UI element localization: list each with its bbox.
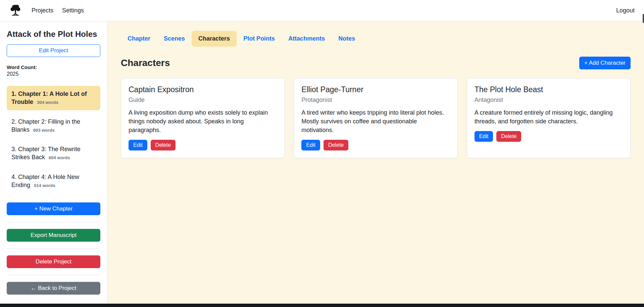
character-card-grid: Captain Expositron Guide A living exposi… bbox=[121, 78, 631, 158]
edit-project-button[interactable]: Edit Project bbox=[7, 44, 100, 57]
nav-link-settings[interactable]: Settings bbox=[62, 7, 84, 14]
project-sidebar: Attack of the Plot Holes Edit Project Wo… bbox=[0, 21, 107, 307]
new-chapter-button[interactable]: + New Chapter bbox=[7, 202, 100, 215]
character-description: A living exposition dump who exists sole… bbox=[129, 108, 277, 134]
chapter-word-count: 304 words bbox=[37, 100, 58, 105]
word-count-label: Word Count: bbox=[7, 64, 100, 70]
tab-notes[interactable]: Notes bbox=[332, 31, 362, 47]
delete-character-button[interactable]: Delete bbox=[496, 131, 521, 142]
main-content: Chapter Scenes Characters Plot Points At… bbox=[107, 21, 644, 307]
edit-character-button[interactable]: Edit bbox=[129, 140, 147, 150]
character-role: Antagonist bbox=[475, 97, 623, 104]
delete-project-button[interactable]: Delete Project bbox=[7, 255, 100, 268]
nav-link-projects[interactable]: Projects bbox=[32, 7, 53, 14]
add-character-button[interactable]: + Add Character bbox=[579, 57, 631, 69]
top-navbar: Projects Settings Logout bbox=[0, 0, 644, 21]
word-count-value: 2025 bbox=[7, 71, 100, 77]
chapter-word-count: 603 words bbox=[33, 128, 55, 133]
edit-character-button[interactable]: Edit bbox=[301, 140, 320, 150]
character-card-1: Captain Expositron Guide A living exposi… bbox=[121, 78, 285, 158]
section-tabs: Chapter Scenes Characters Plot Points At… bbox=[121, 31, 631, 47]
tab-plot-points[interactable]: Plot Points bbox=[237, 31, 282, 47]
sidebar-divider bbox=[7, 275, 100, 275]
chapter-title: 3. Chapter 3: The Rewrite Strikes Back bbox=[11, 146, 81, 161]
character-name: Captain Expositron bbox=[129, 85, 277, 94]
scrollbar-thumb[interactable] bbox=[643, 14, 644, 23]
sidebar-chapter-item-3[interactable]: 3. Chapter 3: The Rewrite Strikes Back 6… bbox=[7, 141, 100, 166]
character-role: Protagonist bbox=[301, 97, 450, 104]
sidebar-chapter-item-4[interactable]: 4. Chapter 4: A Hole New Ending 514 word… bbox=[7, 169, 100, 193]
tree-logo-icon[interactable] bbox=[8, 3, 23, 18]
delete-character-button[interactable]: Delete bbox=[151, 140, 176, 150]
logout-link[interactable]: Logout bbox=[616, 7, 635, 14]
character-description: A creature formed entirely of missing lo… bbox=[475, 108, 623, 126]
character-card-2: Elliot Page-Turner Protagonist A tired w… bbox=[294, 78, 457, 158]
delete-character-button[interactable]: Delete bbox=[324, 140, 348, 150]
chapter-word-count: 604 words bbox=[49, 155, 70, 160]
chapter-list: 1. Chapter 1: A Hole Lot of Trouble 304 … bbox=[7, 86, 100, 193]
project-title: Attack of the Plot Holes bbox=[7, 29, 100, 39]
character-name: Elliot Page-Turner bbox=[301, 85, 450, 94]
tab-attachments[interactable]: Attachments bbox=[282, 31, 332, 47]
tab-chapter[interactable]: Chapter bbox=[121, 31, 157, 47]
character-card-3: The Plot Hole Beast Antagonist A creatur… bbox=[467, 78, 631, 158]
character-name: The Plot Hole Beast bbox=[475, 85, 623, 94]
edit-character-button[interactable]: Edit bbox=[475, 131, 493, 142]
sidebar-divider bbox=[7, 248, 100, 249]
character-description: A tired writer who keeps tripping into l… bbox=[301, 108, 450, 134]
export-manuscript-button[interactable]: Export Manuscript bbox=[7, 229, 100, 242]
chapter-word-count: 514 words bbox=[34, 183, 55, 188]
page-title: Characters bbox=[121, 58, 170, 68]
sidebar-chapter-item-2[interactable]: 2. Chapter 2: Filling in the Blanks 603 … bbox=[7, 114, 100, 138]
sidebar-divider bbox=[7, 222, 100, 222]
tab-scenes[interactable]: Scenes bbox=[157, 31, 192, 47]
window-bottom-edge bbox=[0, 304, 644, 307]
sidebar-chapter-item-1[interactable]: 1. Chapter 1: A Hole Lot of Trouble 304 … bbox=[7, 86, 100, 110]
tab-characters[interactable]: Characters bbox=[192, 31, 237, 47]
back-to-project-button[interactable]: ← Back to Project bbox=[7, 282, 100, 295]
character-role: Guide bbox=[129, 97, 277, 104]
